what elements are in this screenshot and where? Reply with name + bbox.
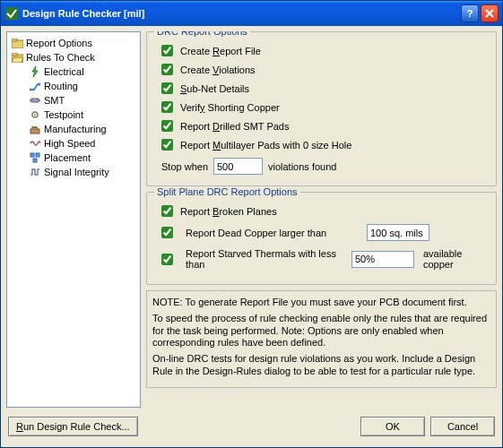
tree-label: Placement [44, 152, 91, 163]
dead-copper-input[interactable] [367, 224, 429, 241]
stop-when-label: Stop when [161, 161, 208, 172]
close-button[interactable] [481, 4, 499, 22]
create-report-file-checkbox[interactable] [161, 45, 173, 56]
dialog-window: Design Rule Checker [mil] ? Report Optio… [0, 0, 503, 448]
tree-label: Rules To Check [26, 52, 95, 63]
svg-point-5 [30, 89, 32, 91]
broken-planes-label: Report Broken Planes [180, 206, 277, 217]
run-drc-button[interactable]: Run Design Rule Check... [8, 417, 138, 436]
folder-open-icon [11, 51, 23, 64]
group-legend: Split Plane DRC Report Options [154, 186, 300, 197]
stop-when-input[interactable] [213, 158, 263, 175]
tree-label: High Speed [44, 138, 96, 149]
create-violations-label: Create Violations [180, 65, 256, 75]
signal-icon [29, 166, 41, 178]
footer: Run Design Rule Check... OK Cancel [6, 413, 497, 442]
tree-label: Signal Integrity [44, 167, 109, 177]
tree-label: SMT [44, 95, 65, 106]
starved-thermals-suffix: available copper [423, 248, 489, 270]
stop-when-suffix: violations found [268, 161, 336, 172]
report-drilled-checkbox[interactable] [161, 120, 173, 132]
svg-rect-2 [12, 39, 17, 41]
create-report-file-label: Create Report File [180, 46, 261, 56]
note-line: To speed the process of rule checking en… [152, 313, 490, 349]
svg-rect-8 [30, 99, 31, 101]
svg-rect-15 [33, 159, 37, 162]
starved-thermals-input[interactable] [351, 251, 414, 268]
tree-routing[interactable]: Routing [9, 79, 138, 93]
svg-point-6 [39, 83, 41, 86]
right-pane: DRC Report Options Create Report File Cr… [146, 31, 497, 408]
highspeed-icon [29, 137, 41, 150]
manufacturing-icon [29, 123, 41, 135]
note-line: On-line DRC tests for design rule violat… [152, 353, 490, 378]
report-multilayer-checkbox[interactable] [161, 139, 173, 151]
svg-rect-7 [31, 99, 39, 102]
dead-copper-label: Report Dead Copper larger than [186, 228, 358, 238]
tree-highspeed[interactable]: High Speed [9, 136, 138, 151]
broken-planes-checkbox[interactable] [161, 205, 173, 217]
svg-rect-14 [36, 153, 39, 157]
electrical-icon [29, 65, 41, 78]
window-title: Design Rule Checker [mil] [22, 8, 144, 19]
create-violations-checkbox[interactable] [161, 64, 173, 75]
tree-label: Report Options [26, 38, 92, 48]
report-multilayer-label: Report Multilayer Pads with 0 size Hole [180, 140, 351, 151]
tree-placement[interactable]: Placement [9, 151, 138, 165]
svg-rect-9 [39, 99, 40, 101]
placement-icon [29, 151, 41, 164]
cancel-button[interactable]: Cancel [430, 417, 495, 436]
app-icon [4, 6, 19, 21]
note-line: NOTE: To generate Report File you must s… [152, 297, 490, 309]
tree-label: Manufacturing [44, 124, 107, 134]
content-area: Report Options Rules To Check Electrical… [1, 26, 502, 447]
note-box: NOTE: To generate Report File you must s… [146, 290, 497, 388]
verify-shorting-checkbox[interactable] [161, 101, 173, 113]
help-button[interactable]: ? [461, 4, 479, 22]
main-row: Report Options Rules To Check Electrical… [6, 31, 497, 408]
subnet-details-checkbox[interactable] [161, 82, 173, 94]
routing-icon [29, 80, 41, 92]
tree-electrical[interactable]: Electrical [9, 65, 138, 79]
subnet-details-label: Sub-Net Details [180, 83, 249, 94]
svg-rect-13 [30, 153, 34, 157]
smt-icon [29, 94, 41, 107]
verify-shorting-label: Verify Shorting Copper [180, 102, 280, 113]
tree-smt[interactable]: SMT [9, 93, 138, 108]
dead-copper-checkbox[interactable] [161, 227, 173, 238]
svg-rect-12 [30, 129, 39, 134]
testpoint-icon [29, 108, 41, 121]
tree-pane[interactable]: Report Options Rules To Check Electrical… [6, 31, 141, 408]
group-legend: DRC Report Options [154, 31, 250, 37]
tree-report-options[interactable]: Report Options [9, 36, 138, 50]
tree-signalintegrity[interactable]: Signal Integrity [9, 165, 138, 179]
starved-thermals-checkbox[interactable] [161, 254, 173, 265]
tree-label: Testpoint [44, 109, 83, 120]
starved-thermals-label: Report Starved Thermals with less than [186, 248, 343, 270]
ok-button[interactable]: OK [360, 417, 425, 436]
tree-label: Routing [44, 81, 78, 91]
report-drilled-label: Report Drilled SMT Pads [180, 121, 289, 132]
tree-label: Electrical [44, 66, 84, 77]
split-plane-group: Split Plane DRC Report Options Report Br… [146, 192, 497, 285]
tree-rules-to-check[interactable]: Rules To Check [9, 50, 138, 65]
svg-point-11 [34, 114, 36, 116]
tree-manufacturing[interactable]: Manufacturing [9, 122, 138, 136]
folder-icon [11, 37, 23, 49]
titlebar[interactable]: Design Rule Checker [mil] ? [1, 1, 502, 26]
tree-testpoint[interactable]: Testpoint [9, 108, 138, 122]
drc-report-options-group: DRC Report Options Create Report File Cr… [146, 31, 497, 186]
svg-rect-4 [12, 53, 17, 56]
